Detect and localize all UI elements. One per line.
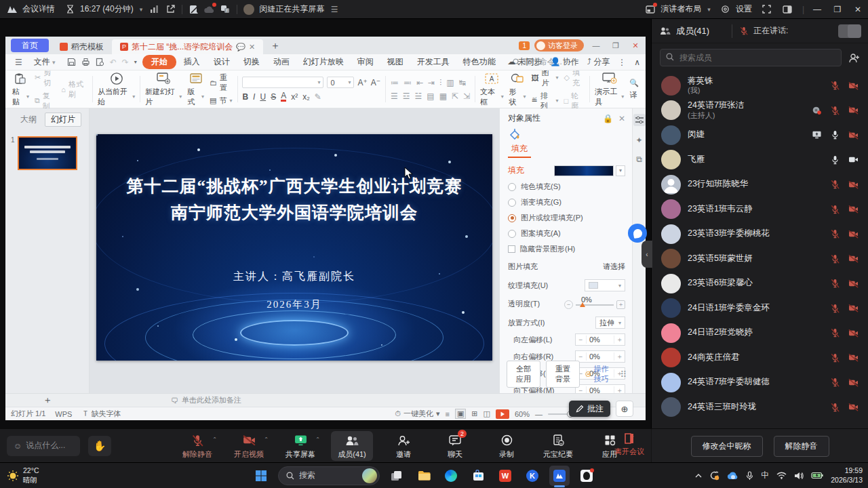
texture-fill-select[interactable]: ▾ xyxy=(585,279,625,291)
missing-fonts-button[interactable]: Ｔ 缺失字体 xyxy=(81,409,121,419)
share-button[interactable]: ⤴ 分享 xyxy=(587,56,610,68)
text-box-button[interactable]: A 文本框▾ xyxy=(480,72,504,107)
layout-button[interactable]: 演讲者布局 ▾ xyxy=(645,3,711,15)
assistant-ball[interactable] xyxy=(628,224,647,243)
menu-item-2[interactable]: 设计 xyxy=(208,55,236,69)
menu-item-9[interactable]: 特色功能 xyxy=(457,55,502,69)
member-row[interactable]: 24商英庄倍君 xyxy=(652,346,868,371)
menu-item-4[interactable]: 动画 xyxy=(267,55,296,69)
taskbar-search[interactable]: 搜索 xyxy=(278,466,380,485)
interpreter-icon[interactable]: T xyxy=(220,4,231,15)
line-spacing-icon[interactable]: ⫶ xyxy=(439,78,441,87)
close-button[interactable]: ✕ xyxy=(848,0,868,19)
spinner-minus[interactable]: − xyxy=(576,353,586,361)
spinner-plus[interactable]: ＋ xyxy=(614,335,625,344)
add-member-icon[interactable] xyxy=(848,53,860,63)
fill-option-4[interactable]: 隐藏背景图形(H) xyxy=(508,244,625,254)
radio-icon[interactable] xyxy=(508,214,516,222)
bullets-icon[interactable]: ≔ xyxy=(391,78,399,87)
unmute-button[interactable]: 解除静音 xyxy=(774,436,829,457)
superscript-button[interactable]: x² xyxy=(291,92,298,102)
grid-view-icon[interactable]: ⊞ xyxy=(471,409,477,418)
member-row[interactable]: 23英语1班韦云静 xyxy=(652,197,868,222)
transparency-minus[interactable]: − xyxy=(564,300,573,309)
outline-button[interactable]: □ 轮廓 xyxy=(564,91,585,111)
member-search-input[interactable] xyxy=(660,49,842,66)
align-left-icon[interactable]: ☰ xyxy=(391,92,398,101)
arrange-button[interactable]: ≝ 排列 ▾ xyxy=(532,91,559,111)
zoom-in-tool[interactable]: ⊕ xyxy=(616,401,633,417)
collab-button[interactable]: 👤 协作 xyxy=(551,56,579,68)
camera-muted-icon[interactable] xyxy=(848,230,859,239)
mic-muted-icon[interactable] xyxy=(831,81,840,90)
toolbar-members-button[interactable]: 成员(41) xyxy=(331,431,373,461)
cloud-tray-icon[interactable] xyxy=(727,472,738,480)
tab-close-icon[interactable]: ✕ xyxy=(249,43,255,52)
assistant-collapse-tab[interactable]: ‹ xyxy=(642,241,652,268)
notes-placeholder[interactable]: 🗨 单击此处添加备注 xyxy=(171,395,241,405)
ime-indicator[interactable]: 中 xyxy=(761,470,769,481)
underline-button[interactable]: U xyxy=(260,92,266,102)
camera-muted-icon[interactable] xyxy=(848,378,859,387)
notification-badge[interactable]: 1 xyxy=(519,41,530,50)
wps-document-tab[interactable]: P 第十二届 “挑...语学院培训会 💬 ✕ xyxy=(112,39,263,54)
zoom-level[interactable]: 60% xyxy=(515,410,530,418)
qq-icon[interactable] xyxy=(576,466,597,486)
panel-close-icon[interactable]: ✕ xyxy=(618,114,625,123)
caret-icon[interactable]: ⌃ xyxy=(315,436,320,443)
cut-button[interactable]: ✂ 剪切 xyxy=(35,68,56,88)
minimize-button[interactable]: — xyxy=(807,0,827,19)
wps-home-tab[interactable]: 首页 xyxy=(11,39,49,52)
strike-button[interactable]: S xyxy=(271,92,276,102)
member-row[interactable]: 24英语7班张洁(主持人) xyxy=(652,98,868,123)
sync-status[interactable]: ☁ 未同步 xyxy=(507,56,542,68)
toolbar-camera-muted-button[interactable]: 开启视频⌃ xyxy=(228,431,270,461)
fill-swatch[interactable] xyxy=(554,165,614,176)
duration-caret-icon[interactable]: ▾ xyxy=(140,6,143,13)
camera-muted-icon[interactable] xyxy=(848,106,859,115)
align-center-icon[interactable]: ☲ xyxy=(403,92,410,101)
slide-canvas[interactable]: 第十二届“挑战杯”广西大学生创业计划竞赛 南宁师范大学外国语学院培训会 主讲人：… xyxy=(90,108,499,393)
radio-icon[interactable] xyxy=(508,230,516,238)
align-bottom-icon[interactable]: ⇲ xyxy=(463,92,470,101)
network-signal-icon[interactable] xyxy=(149,4,160,15)
fill-option-3[interactable]: 图案填充(A) xyxy=(508,228,625,239)
side-panel-toggle-icon[interactable] xyxy=(782,4,793,15)
add-slide-button[interactable]: ＋ xyxy=(5,394,90,407)
align-right-icon[interactable]: ☱ xyxy=(415,92,422,101)
fill-button[interactable]: ◇ 填充 xyxy=(564,68,585,88)
present-tools-button[interactable]: 演示工具▾ xyxy=(595,72,624,107)
menu-item-3[interactable]: 切换 xyxy=(237,55,266,69)
sharing-more-icon[interactable]: ☰ xyxy=(329,4,340,15)
member-row[interactable]: 23行知班陈晓华 xyxy=(652,172,868,197)
section-button[interactable]: ▤ 节 ▾ xyxy=(210,96,232,106)
distribute-icon[interactable]: ▦ xyxy=(439,92,447,101)
toolbar-screen-share-button[interactable]: 共享屏幕⌃ xyxy=(279,431,321,461)
member-row[interactable]: 23英语5班蒙世妍 xyxy=(652,247,868,272)
member-row[interactable]: 闵婕 xyxy=(652,123,868,148)
camera-muted-icon[interactable] xyxy=(848,279,859,288)
spinner-minus[interactable]: − xyxy=(576,336,586,344)
meeting-app-icon[interactable] xyxy=(549,466,570,486)
reading-view-icon[interactable]: ◫ xyxy=(484,409,490,418)
camera-muted-icon[interactable] xyxy=(848,403,859,411)
k-app-icon[interactable]: K xyxy=(522,466,542,486)
member-row[interactable]: 蒋英铢(我) xyxy=(652,73,868,98)
magnifier-icon[interactable]: 🔍 xyxy=(629,79,639,87)
save-icon[interactable] xyxy=(67,58,76,66)
wifi-icon[interactable] xyxy=(776,472,787,479)
menu-item-7[interactable]: 视图 xyxy=(381,55,410,69)
toolbar-mic-muted-button[interactable]: 解除静音⌃ xyxy=(176,431,218,461)
menu-item-5[interactable]: 幻灯片放映 xyxy=(297,55,350,69)
bold-button[interactable]: B xyxy=(242,92,248,102)
fill-option-1[interactable]: 渐变填充(G) xyxy=(508,197,625,207)
camera-muted-icon[interactable] xyxy=(848,180,859,189)
cloud-record-icon[interactable] xyxy=(204,4,215,15)
camera-muted-icon[interactable] xyxy=(848,254,859,263)
mic-muted-icon[interactable] xyxy=(831,378,840,387)
radio-icon[interactable] xyxy=(508,183,516,191)
meeting-details-button[interactable]: 会议详情 xyxy=(22,3,55,15)
settings-button[interactable]: 设置 xyxy=(720,3,752,15)
taskbar-clock[interactable]: 19:592026/3/13 xyxy=(831,466,863,485)
mic-muted-icon[interactable] xyxy=(831,205,840,214)
